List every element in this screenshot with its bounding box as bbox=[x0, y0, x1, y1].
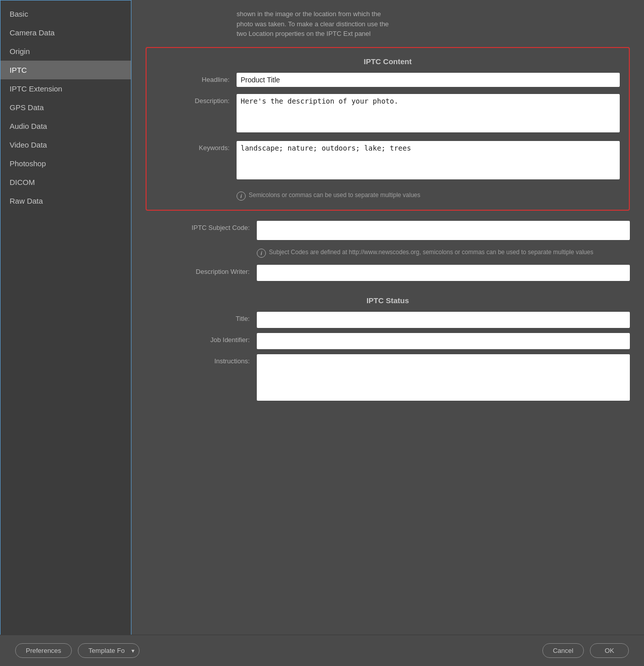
iptc-content-box: IPTC Content Headline: Description: Keyw… bbox=[146, 47, 630, 211]
description-textarea[interactable] bbox=[237, 94, 620, 132]
template-select[interactable]: Template FoNoneCustom bbox=[78, 643, 140, 658]
instructions-label: Instructions: bbox=[146, 354, 257, 365]
sidebar-item-audio-data[interactable]: Audio Data bbox=[1, 117, 131, 135]
headline-field bbox=[237, 73, 620, 87]
sidebar-item-basic[interactable]: Basic bbox=[1, 5, 131, 23]
sidebar-item-raw-data[interactable]: Raw Data bbox=[1, 192, 131, 210]
sidebar-item-camera-data[interactable]: Camera Data bbox=[1, 23, 131, 42]
sidebar-item-video-data[interactable]: Video Data bbox=[1, 135, 131, 154]
job-identifier-row: Job Identifier: bbox=[146, 333, 630, 349]
subject-code-label: IPTC Subject Code: bbox=[146, 221, 257, 231]
cancel-button[interactable]: Cancel bbox=[542, 643, 584, 658]
job-identifier-input[interactable] bbox=[257, 333, 630, 349]
sidebar-item-dicom[interactable]: DICOM bbox=[1, 173, 131, 192]
headline-label: Headline: bbox=[156, 73, 237, 83]
keywords-textarea[interactable] bbox=[237, 141, 620, 179]
status-title-input[interactable] bbox=[257, 312, 630, 328]
status-title-label: Title: bbox=[146, 312, 257, 322]
keywords-row: Keywords: bbox=[156, 141, 620, 181]
subject-info-icon: i bbox=[257, 249, 266, 258]
sidebar-item-photoshop[interactable]: Photoshop bbox=[1, 154, 131, 173]
description-row: Description: bbox=[156, 94, 620, 134]
bottom-bar: Preferences Template FoNoneCustom Cancel… bbox=[0, 635, 644, 666]
sidebar-item-origin[interactable]: Origin bbox=[1, 42, 131, 61]
headline-input[interactable] bbox=[237, 73, 620, 87]
subject-info-row: i Subject Codes are defined at http://ww… bbox=[257, 245, 630, 265]
keywords-info-icon: i bbox=[237, 192, 246, 201]
main-content: shown in the image or the location from … bbox=[131, 0, 644, 666]
description-writer-input[interactable] bbox=[257, 265, 630, 281]
iptc-status-title: IPTC Status bbox=[146, 296, 630, 305]
subject-info-text: Subject Codes are defined at http://www.… bbox=[269, 248, 593, 257]
preferences-button[interactable]: Preferences bbox=[15, 643, 72, 658]
headline-row: Headline: bbox=[156, 73, 620, 87]
keywords-field bbox=[237, 141, 620, 181]
instructions-row: Instructions: bbox=[146, 354, 630, 402]
status-title-field bbox=[257, 312, 630, 328]
sidebar-item-iptc[interactable]: IPTC bbox=[1, 61, 131, 79]
keywords-info-text: Semicolons or commas can be used to sepa… bbox=[249, 191, 421, 200]
subject-code-input[interactable] bbox=[257, 221, 630, 240]
sidebar-item-gps-data[interactable]: GPS Data bbox=[1, 98, 131, 117]
job-identifier-field bbox=[257, 333, 630, 349]
description-label: Description: bbox=[156, 94, 237, 105]
subject-code-field bbox=[257, 221, 630, 240]
status-title-row: Title: bbox=[146, 312, 630, 328]
subject-code-section: IPTC Subject Code: i Subject Codes are d… bbox=[146, 221, 630, 265]
instructions-field bbox=[257, 354, 630, 402]
template-wrapper: Template FoNoneCustom bbox=[78, 643, 140, 658]
sidebar: BasicCamera DataOriginIPTCIPTC Extension… bbox=[0, 0, 131, 666]
job-identifier-label: Job Identifier: bbox=[146, 333, 257, 344]
keywords-info-row: i Semicolons or commas can be used to se… bbox=[237, 188, 620, 203]
sidebar-item-iptc-extension[interactable]: IPTC Extension bbox=[1, 79, 131, 98]
instructions-textarea[interactable] bbox=[257, 354, 630, 401]
description-writer-row: Description Writer: bbox=[146, 265, 630, 281]
iptc-content-title: IPTC Content bbox=[156, 57, 620, 66]
ok-button[interactable]: OK bbox=[590, 643, 629, 658]
description-writer-label: Description Writer: bbox=[146, 265, 257, 275]
description-field bbox=[237, 94, 620, 134]
subject-code-row: IPTC Subject Code: bbox=[146, 221, 630, 240]
keywords-label: Keywords: bbox=[156, 141, 237, 152]
description-writer-field bbox=[257, 265, 630, 281]
top-description: shown in the image or the location from … bbox=[146, 0, 630, 47]
sidebar-nav: BasicCamera DataOriginIPTCIPTC Extension… bbox=[1, 1, 131, 628]
